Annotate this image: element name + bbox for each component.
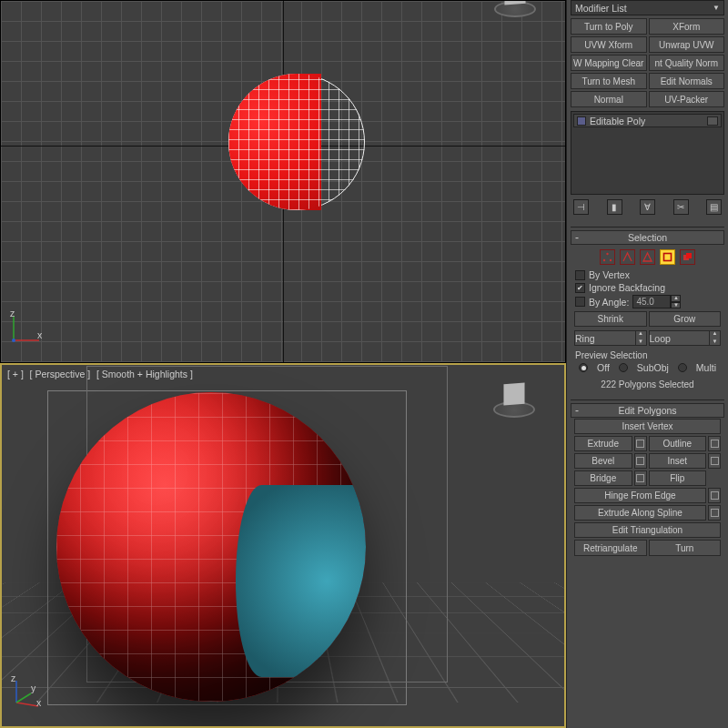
by-vertex-row: By Vertex: [571, 268, 724, 281]
edit-triangulation-button[interactable]: Edit Triangulation: [574, 522, 721, 538]
preview-subobj-radio[interactable]: [619, 363, 628, 372]
outline-settings-button[interactable]: [708, 436, 721, 451]
subobject-level-icons: [571, 245, 724, 268]
viewcube[interactable]: [490, 0, 540, 23]
sphere-object-top[interactable]: [228, 74, 365, 210]
viewcube[interactable]: [490, 374, 539, 423]
ignore-backfacing-checkbox[interactable]: [575, 283, 585, 293]
modifier-stack[interactable]: Editable Poly: [571, 111, 724, 195]
dropdown-arrow-icon: ▼: [713, 4, 720, 12]
by-vertex-checkbox[interactable]: [575, 270, 585, 280]
extrude-button[interactable]: Extrude: [574, 436, 632, 451]
modifier-list-dropdown[interactable]: Modifier List ▼: [571, 0, 724, 15]
retriangulate-button[interactable]: Retriangulate: [574, 540, 647, 556]
rollout-header[interactable]: - Edit Polygons: [571, 403, 724, 418]
by-vertex-label: By Vertex: [589, 269, 630, 280]
rollout-header[interactable]: - Selection: [571, 230, 724, 245]
modifier-button[interactable]: nt Quality Norm: [649, 55, 725, 71]
polygon-level-icon[interactable]: [660, 249, 675, 265]
stack-visibility-icon[interactable]: [707, 116, 718, 126]
svg-line-7: [16, 693, 31, 703]
viewport-perspective[interactable]: [ + ] [ Perspective ] [ Smooth + Highlig…: [0, 363, 566, 728]
element-level-icon[interactable]: [680, 249, 695, 265]
svg-rect-14: [664, 254, 672, 261]
turn-button[interactable]: Turn: [649, 540, 722, 556]
svg-rect-16: [686, 253, 692, 258]
extrude-along-spline-button[interactable]: Extrude Along Spline: [574, 505, 706, 521]
sphere-edge-overlay: [56, 392, 366, 702]
preview-multi-radio[interactable]: [678, 363, 687, 372]
extrude-settings-button[interactable]: [634, 436, 647, 451]
remove-modifier-icon[interactable]: ✂: [673, 199, 689, 215]
extrude-spline-settings-button[interactable]: [708, 505, 721, 521]
selection-status: 222 Polygons Selected: [571, 376, 724, 391]
spinner-up-icon[interactable]: ▲: [710, 330, 720, 339]
bevel-button[interactable]: Bevel: [574, 453, 632, 469]
modifier-button[interactable]: Turn to Poly: [571, 18, 647, 35]
flip-button[interactable]: Flip: [649, 470, 707, 486]
by-angle-row: By Angle: ▲ ▼: [571, 294, 724, 309]
modifier-button[interactable]: UVW Xform: [571, 36, 647, 53]
hinge-from-edge-button[interactable]: Hinge From Edge: [574, 488, 706, 503]
viewport-shading[interactable]: [ Smooth + Highlights ]: [96, 369, 193, 379]
preview-off-radio[interactable]: [579, 363, 588, 372]
modifier-button[interactable]: Edit Normals: [649, 73, 725, 89]
bevel-settings-button[interactable]: [634, 453, 647, 469]
bridge-button[interactable]: Bridge: [574, 470, 632, 486]
modifier-button[interactable]: Turn to Mesh: [571, 73, 647, 89]
spinner-up-icon[interactable]: ▲: [636, 330, 646, 339]
edge-level-icon[interactable]: [620, 249, 635, 265]
svg-point-12: [610, 259, 612, 261]
pin-stack-icon[interactable]: ⊣: [573, 199, 589, 215]
svg-text:x: x: [37, 329, 43, 340]
modifier-button[interactable]: W Mapping Clear: [571, 55, 647, 71]
spinner-down-icon[interactable]: ▼: [710, 339, 720, 347]
modifier-buttons-grid: Turn to Poly XForm UVW Xform Unwrap UVW …: [571, 18, 724, 107]
viewport-name[interactable]: [ Perspective ]: [30, 369, 91, 379]
stack-item-label: Editable Poly: [590, 116, 645, 126]
inset-button[interactable]: Inset: [649, 453, 707, 469]
modifier-button[interactable]: Unwrap UVW: [649, 36, 725, 53]
vertex-level-icon[interactable]: [600, 249, 615, 265]
spinner-up-icon[interactable]: ▲: [671, 295, 681, 302]
svg-text:z: z: [11, 675, 15, 683]
modifier-list-label: Modifier List: [575, 3, 627, 14]
spinner-down-icon[interactable]: ▼: [636, 339, 646, 347]
shrink-button[interactable]: Shrink: [574, 311, 647, 327]
ring-button[interactable]: Ring ▲▼: [574, 330, 647, 346]
modifier-button[interactable]: UV-Packer: [649, 91, 725, 107]
hinge-settings-button[interactable]: [708, 488, 721, 503]
show-end-result-icon[interactable]: ▮: [607, 199, 622, 215]
modifier-button[interactable]: Normal: [571, 91, 647, 107]
viewport-menu-toggle[interactable]: [ + ]: [7, 369, 24, 379]
svg-line-5: [16, 703, 38, 706]
stack-item-editable-poly[interactable]: Editable Poly: [573, 114, 722, 127]
bridge-settings-button[interactable]: [634, 470, 647, 486]
loop-button[interactable]: Loop ▲▼: [649, 330, 722, 346]
loop-label: Loop: [650, 333, 710, 344]
make-unique-icon[interactable]: ∀: [640, 199, 655, 215]
configure-sets-icon[interactable]: ▤: [706, 199, 722, 215]
border-level-icon[interactable]: [640, 249, 655, 265]
rollout-title: Edit Polygons: [618, 405, 676, 416]
by-angle-spinner[interactable]: ▲ ▼: [632, 295, 681, 308]
app-root: x z [ + ] [ Perspective ] [ Smooth + Hig…: [0, 0, 728, 728]
sphere-object-persp[interactable]: [56, 392, 366, 702]
collapse-icon: -: [575, 232, 579, 243]
insert-vertex-button[interactable]: Insert Vertex: [574, 419, 721, 434]
svg-text:y: y: [31, 682, 36, 693]
axis-gizmo: x z y: [11, 675, 44, 708]
outline-button[interactable]: Outline: [649, 436, 707, 451]
stack-expand-icon[interactable]: [577, 116, 586, 126]
inset-settings-button[interactable]: [708, 453, 721, 469]
viewport-label[interactable]: [ + ] [ Perspective ] [ Smooth + Highlig…: [7, 369, 197, 379]
by-angle-checkbox[interactable]: [575, 297, 585, 307]
preview-off-label: Off: [597, 362, 610, 373]
by-angle-input[interactable]: [632, 295, 671, 308]
modifier-button[interactable]: XForm: [649, 18, 725, 35]
viewport-top[interactable]: x z: [0, 0, 566, 363]
preview-multi-label: Multi: [696, 362, 716, 373]
spinner-down-icon[interactable]: ▼: [671, 302, 681, 309]
grow-button[interactable]: Grow: [649, 311, 722, 327]
svg-point-11: [603, 259, 605, 261]
